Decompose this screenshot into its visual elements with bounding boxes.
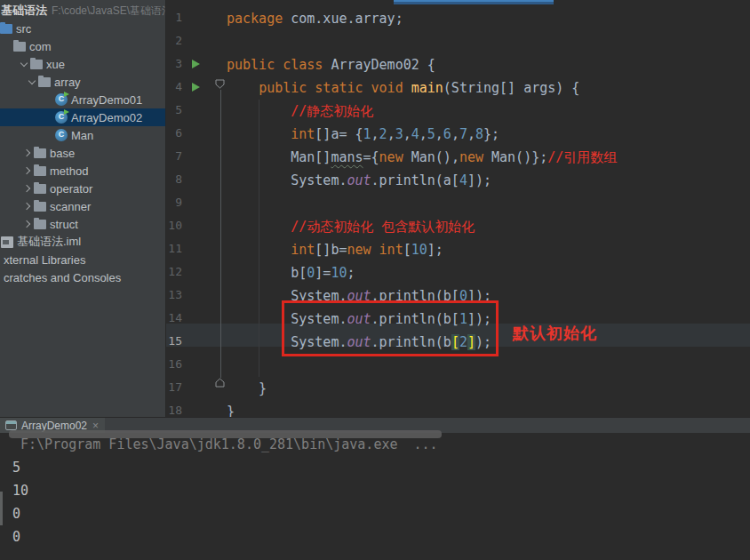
code-text: //静态初始化 [227,103,373,119]
folder-icon [34,148,46,158]
line-number: 4 [166,80,182,93]
active-editor-tab-sliver[interactable] [394,0,554,4]
tree-item-label: Man [71,129,93,142]
chevron-down-icon[interactable] [28,77,36,86]
code-text: } [227,404,235,417]
code-line-6[interactable]: 6 int[]a= {1,2,3,4,5,6,7,8}; [166,123,750,146]
code-text: int[]a= {1,2,3,4,5,6,7,8}; [227,126,499,142]
line-number: 18 [166,404,182,417]
tree-item-label: base [50,147,75,160]
code-text: b[0]=10; [227,265,355,281]
tree-item-operator[interactable]: operator [0,180,165,197]
tree-item-label: operator [50,182,92,196]
module-file-icon [1,236,13,248]
console-line: 0 [0,525,750,548]
annotation-red-box [282,300,499,356]
code-editor[interactable]: 1package com.xue.array;23public class Ar… [166,0,750,417]
annotation-red-label: 默认初始化 [513,323,597,344]
code-text: package com.xue.array; [227,11,403,27]
console-line: 5 [0,456,750,479]
code-line-16[interactable]: 16 [166,354,750,377]
tree-item-label: method [50,164,88,178]
ide-window: 基础语法F:\code\JavaSE\基础语法 srccomxuearrayAr… [0,0,750,560]
tree-item-label: com [29,40,52,53]
run-gutter-icon[interactable] [192,60,200,68]
run-gutter-icon[interactable] [192,83,200,92]
line-number: 13 [166,288,182,301]
line-number: 2 [166,34,182,47]
tree-item-label: src [16,22,31,36]
code-line-5[interactable]: 5 //静态初始化 [166,100,750,123]
folder-icon [38,77,51,87]
chevron-right-icon[interactable] [23,202,32,211]
class-run-icon [55,111,68,124]
chevron-down-icon[interactable] [20,60,28,68]
code-line-4[interactable]: 4 public static void main(String[] args)… [166,76,750,100]
tree-item-base[interactable]: base [0,144,165,162]
src-folder-icon [0,24,12,34]
folder-icon [34,184,46,194]
tree-item-label: 基础语法.iml [17,234,81,250]
tree-item-scanner[interactable]: scanner [0,197,165,215]
line-number: 15 [166,334,182,348]
tree-item-arraydemo02[interactable]: ArrayDemo02 [0,108,165,126]
chevron-right-icon[interactable] [23,148,32,157]
run-badge-icon [64,109,69,115]
code-line-17[interactable]: 17 } [166,377,750,400]
tree-item-arraydemo01[interactable]: ArrayDemo01 [0,91,165,108]
close-icon[interactable]: × [92,420,99,431]
tree-item-iml[interactable]: 基础语法.iml [0,233,165,251]
code-line-7[interactable]: 7 Man[]mans={new Man(),new Man()};//引用数组 [166,146,750,169]
tree-item-src[interactable]: src [0,20,165,37]
code-line-11[interactable]: 11 int[]b=new int[10]; [166,238,750,261]
line-number: 11 [166,242,182,255]
tree-item-xue[interactable]: xue [0,55,165,73]
horizontal-scrollbar[interactable] [9,430,442,438]
code-line-12[interactable]: 12 b[0]=10; [166,261,750,284]
class-run-icon [55,93,68,106]
code-line-2[interactable]: 2 [166,30,750,53]
tree-item-man[interactable]: Man [0,126,165,144]
run-badge-icon [64,92,69,97]
folder-icon [34,166,46,176]
code-line-8[interactable]: 8 System.out.println(a[4]); [166,169,750,192]
code-line-3[interactable]: 3public class ArrayDemo02 { [166,53,750,76]
line-number: 17 [166,380,182,394]
tree-item-cratches-and-consoles[interactable]: cratches and Consoles [0,268,165,286]
chevron-right-icon[interactable] [23,166,32,175]
folder-icon [13,42,26,52]
code-line-10[interactable]: 10 //动态初始化 包含默认初始化 [166,215,750,238]
tree-item-com[interactable]: com [0,37,165,55]
tree-item-label: ArrayDemo01 [71,93,142,107]
line-number: 3 [166,57,182,70]
line-number: 8 [166,172,182,186]
folder-icon [34,202,46,212]
fold-start-icon[interactable] [215,79,225,89]
line-number: 9 [166,196,182,209]
fold-end-icon[interactable] [215,378,225,388]
tree-item-method[interactable]: method [0,162,165,180]
folder-icon [34,220,46,229]
chevron-right-icon[interactable] [23,184,32,193]
line-number: 12 [166,265,182,278]
project-header[interactable]: 基础语法F:\code\JavaSE\基础语法 [0,0,165,20]
tree-item-xternal-libraries[interactable]: xternal Libraries [0,251,165,268]
code-line-9[interactable]: 9 [166,192,750,215]
tree-item-struct[interactable]: struct [0,215,165,233]
code-line-1[interactable]: 1package com.xue.array; [166,7,750,30]
line-number: 16 [166,357,182,371]
line-number: 10 [166,219,182,232]
project-panel: 基础语法F:\code\JavaSE\基础语法 srccomxuearrayAr… [0,0,166,417]
tree-item-label: struct [50,218,78,231]
tree-item-array[interactable]: array [0,73,165,91]
tree-item-label: array [54,76,81,89]
code-text: public class ArrayDemo02 { [227,57,435,73]
tree-item-label: cratches and Consoles [4,271,121,284]
code-line-18[interactable]: 18} [166,400,750,417]
console-output[interactable]: F:\Program Files\Java\jdk1.8.0_281\bin\j… [0,433,750,560]
run-tool-window: ArrayDemo02 × F:\Program Files\Java\jdk1… [0,417,750,560]
project-title: 基础语法 [1,4,47,17]
code-text: int[]b=new int[10]; [227,242,443,258]
tool-window-stripe [0,492,3,525]
chevron-right-icon[interactable] [23,220,32,228]
